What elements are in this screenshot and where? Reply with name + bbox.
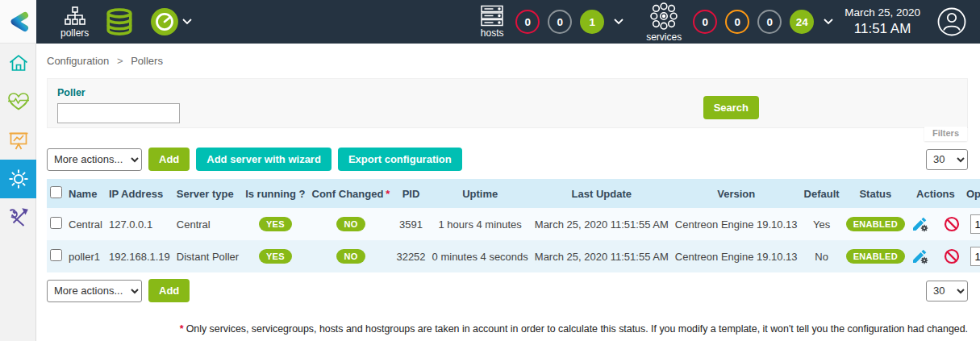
ban-icon <box>944 248 960 264</box>
table-row: Central 127.0.0.1 Central YES NO 3591 1 … <box>47 208 980 240</box>
services-warning-counter[interactable]: 0 <box>725 10 749 34</box>
conf-changed-label: Conf Changed <box>312 188 384 200</box>
hosts-menu[interactable]: hosts <box>480 5 504 39</box>
sidebar-item-home[interactable] <box>0 44 36 82</box>
user-menu[interactable] <box>936 6 967 37</box>
status-badge: ENABLED <box>846 217 905 231</box>
breadcrumb-configuration[interactable]: Configuration <box>47 55 109 67</box>
services-menu[interactable]: services <box>646 2 682 43</box>
poller-uptime: 1 hours 4 minutes <box>439 218 522 231</box>
gauge-status[interactable] <box>150 7 179 36</box>
pollers-menu[interactable]: pollers <box>60 6 89 39</box>
select-all-header <box>47 179 65 208</box>
col-ip-address[interactable]: IP Address <box>106 179 173 208</box>
sidebar-item-configuration[interactable] <box>0 160 36 198</box>
poller-default: No <box>815 251 828 263</box>
poller-server-type: Distant Poller <box>177 251 239 263</box>
col-conf-changed[interactable]: Conf Changed* <box>309 179 394 208</box>
footnote-asterisk: * <box>180 323 184 335</box>
reporting-board-icon <box>8 130 29 151</box>
col-status[interactable]: Status <box>843 179 908 208</box>
poller-status-chevron[interactable] <box>182 19 192 25</box>
heartbeat-icon <box>7 92 30 111</box>
disable-poller-button[interactable] <box>944 216 960 232</box>
current-date: March 25, 2020 <box>844 6 920 20</box>
sidebar-item-reporting[interactable] <box>0 121 36 160</box>
add-server-wizard-button[interactable]: Add server with wizard <box>196 148 332 171</box>
col-version[interactable]: Version <box>672 179 801 208</box>
poller-name[interactable]: poller1 <box>69 251 100 263</box>
col-options[interactable]: Options <box>963 179 980 208</box>
edit-poller-button[interactable] <box>911 216 929 232</box>
tools-icon <box>8 207 29 228</box>
status-badge: ENABLED <box>846 249 905 264</box>
hosts-chevron[interactable] <box>614 19 623 25</box>
row-checkbox[interactable] <box>50 249 62 261</box>
filters-tab[interactable]: Filters <box>924 127 967 141</box>
centreon-logo-icon <box>6 9 31 35</box>
more-actions-select-bottom[interactable]: More actions... <box>47 280 142 302</box>
centreon-logo[interactable] <box>0 0 36 44</box>
col-pid[interactable]: PID <box>393 179 428 208</box>
hosts-down-counter[interactable]: 0 <box>515 10 540 34</box>
col-actions[interactable]: Actions <box>908 179 963 208</box>
home-icon <box>8 52 29 73</box>
hosts-up-counter[interactable]: 1 <box>580 10 604 34</box>
add-button-top[interactable]: Add <box>148 148 190 171</box>
gear-icon <box>8 168 29 189</box>
services-critical-counter[interactable]: 0 <box>693 10 717 34</box>
gauge-icon <box>150 7 179 36</box>
database-status[interactable] <box>105 8 134 35</box>
clock: March 25, 2020 11:51 AM <box>844 6 920 37</box>
poller-name[interactable]: Central <box>69 218 102 231</box>
sidebar-item-monitoring[interactable] <box>0 82 36 121</box>
col-is-running[interactable]: Is running ? <box>242 179 308 208</box>
sidebar <box>0 44 36 341</box>
poller-last-update: March 25, 2020 11:51:55 AM <box>535 218 669 231</box>
header-dark-bar: pollers <box>36 0 980 44</box>
poller-version: Centreon Engine 19.10.13 <box>675 218 798 231</box>
poller-filter-input[interactable] <box>57 103 180 123</box>
edit-pencil-gear-icon <box>911 248 929 264</box>
footnote: *Only services, servicegroups, hosts and… <box>47 323 968 335</box>
page-size-select-top[interactable]: 30 <box>926 149 968 170</box>
hosts-label: hosts <box>481 27 504 39</box>
col-default[interactable]: Default <box>801 179 843 208</box>
database-icon <box>105 8 134 35</box>
is-running-badge: YES <box>259 249 292 264</box>
options-input[interactable] <box>970 247 980 266</box>
hosts-pending-counter[interactable]: 0 <box>548 10 572 34</box>
table-header-row: Name IP Address Server type Is running ?… <box>47 179 980 208</box>
services-ok-counter[interactable]: 24 <box>790 10 814 34</box>
toolbar-top: More actions... Add Add server with wiza… <box>47 148 968 171</box>
disable-poller-button[interactable] <box>944 248 960 264</box>
options-input[interactable] <box>970 214 980 234</box>
export-configuration-button[interactable]: Export configuration <box>338 148 462 171</box>
services-chevron[interactable] <box>824 19 833 25</box>
more-actions-select-top[interactable]: More actions... <box>47 148 142 171</box>
select-all-checkbox[interactable] <box>50 186 62 198</box>
col-uptime[interactable]: Uptime <box>429 179 532 208</box>
search-button[interactable]: Search <box>703 96 759 119</box>
poller-ip: 192.168.1.19 <box>109 251 170 263</box>
poller-version: Centreon Engine 19.10.13 <box>675 251 798 263</box>
sidebar-item-administration[interactable] <box>0 198 36 237</box>
pollers-icon <box>65 6 85 27</box>
page-size-select-bottom[interactable]: 30 <box>926 281 968 301</box>
hosts-icon <box>480 5 504 27</box>
services-pending-counter[interactable]: 0 <box>757 10 782 34</box>
is-running-badge: YES <box>259 217 292 231</box>
breadcrumb-pollers[interactable]: Pollers <box>131 55 163 67</box>
row-checkbox[interactable] <box>50 217 62 229</box>
poller-pid: 32252 <box>396 251 425 263</box>
chevron-down-icon <box>824 19 833 25</box>
user-icon <box>936 6 967 37</box>
edit-poller-button[interactable] <box>911 248 929 264</box>
top-header: pollers <box>0 0 980 44</box>
col-last-update[interactable]: Last Update <box>532 179 672 208</box>
chevron-down-icon <box>182 19 192 25</box>
col-server-type[interactable]: Server type <box>173 179 242 208</box>
add-button-bottom[interactable]: Add <box>148 279 190 302</box>
poller-default: Yes <box>813 218 830 231</box>
col-name[interactable]: Name <box>65 179 106 208</box>
